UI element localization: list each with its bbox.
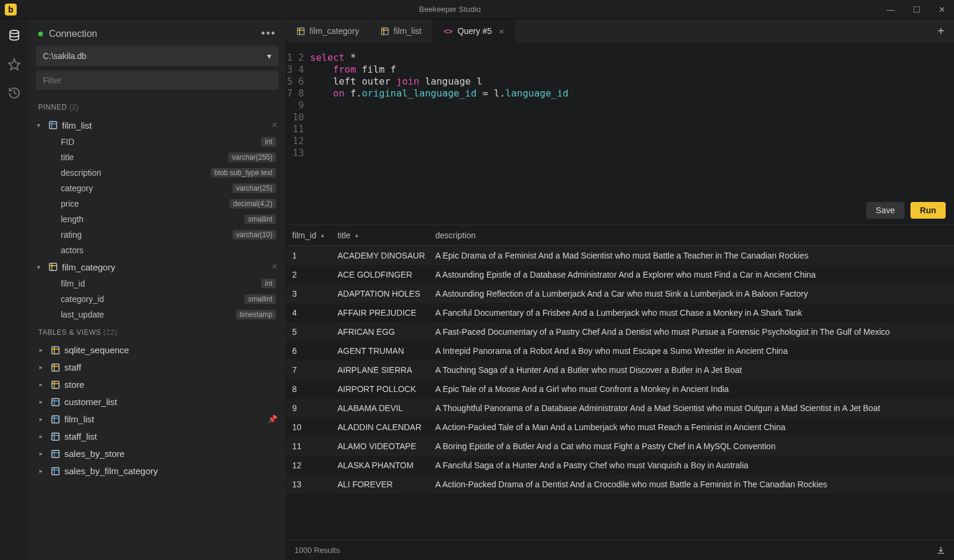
result-cell: A Fanciful Documentary of a Frisbee And … bbox=[429, 303, 954, 322]
column-type: int bbox=[261, 279, 276, 288]
filter-input[interactable] bbox=[36, 71, 278, 90]
close-tab-button[interactable]: × bbox=[499, 26, 504, 36]
editor-code[interactable]: select * from film f left outer join lan… bbox=[310, 52, 954, 195]
result-cell: ACADEMY DINOSAUR bbox=[332, 246, 429, 265]
new-tab-button[interactable]: + bbox=[928, 24, 954, 38]
database-selector[interactable]: C:\sakila.db ▾ bbox=[36, 46, 278, 66]
download-icon[interactable] bbox=[936, 546, 946, 555]
result-cell: ACE GOLDFINGER bbox=[332, 265, 429, 284]
close-window-button[interactable]: ✕ bbox=[935, 4, 949, 15]
column-row[interactable]: ratingvarchar(10) bbox=[29, 227, 286, 242]
result-cell: 13 bbox=[286, 475, 332, 494]
tab-query-#5[interactable]: <>Query #5× bbox=[433, 19, 516, 43]
column-row[interactable]: FIDint bbox=[29, 134, 286, 150]
result-cell: 9 bbox=[286, 399, 332, 418]
column-name: description bbox=[61, 168, 211, 178]
result-cell: A Action-Packed Drama of a Dentist And a… bbox=[429, 475, 954, 494]
column-type: varchar(255) bbox=[228, 153, 276, 162]
table-item-film_list[interactable]: ▸film_list📌 bbox=[29, 410, 286, 428]
column-name: FID bbox=[61, 137, 261, 147]
result-row[interactable]: 9ALABAMA DEVILA Thoughtful Panorama of a… bbox=[286, 399, 954, 418]
column-row[interactable]: lengthsmallint bbox=[29, 211, 286, 227]
result-row[interactable]: 1ACADEMY DINOSAURA Epic Drama of a Femin… bbox=[286, 246, 954, 265]
app-logo: b bbox=[5, 4, 17, 15]
column-type: varchar(25) bbox=[233, 183, 276, 193]
result-row[interactable]: 7AIRPLANE SIERRAA Touching Saga of a Hun… bbox=[286, 360, 954, 379]
table-name: staff_list bbox=[64, 431, 277, 441]
save-button[interactable]: Save bbox=[866, 202, 905, 219]
history-icon[interactable] bbox=[7, 86, 21, 100]
pinned-table-film_category[interactable]: ▾film_category× bbox=[29, 258, 286, 276]
column-type: decimal(4,2) bbox=[230, 199, 276, 209]
result-row[interactable]: 3ADAPTATION HOLESA Astounding Reflection… bbox=[286, 284, 954, 303]
column-row[interactable]: film_idint bbox=[29, 276, 286, 291]
column-type: blob sub_type text bbox=[211, 168, 276, 178]
table-item-staff_list[interactable]: ▸staff_list bbox=[29, 428, 286, 445]
table-item-store[interactable]: ▸store bbox=[29, 376, 286, 393]
connection-menu-button[interactable]: ••• bbox=[261, 27, 276, 40]
chevron-right-icon: ▸ bbox=[39, 398, 47, 406]
tab-film_list[interactable]: film_list bbox=[370, 19, 433, 43]
table-name: film_list bbox=[62, 120, 267, 130]
result-row[interactable]: 13ALI FOREVERA Action-Packed Drama of a … bbox=[286, 475, 954, 494]
table-item-customer_list[interactable]: ▸customer_list bbox=[29, 393, 286, 410]
column-name: rating bbox=[61, 230, 233, 239]
result-cell: AIRPORT POLLOCK bbox=[332, 379, 429, 399]
star-icon[interactable] bbox=[7, 57, 21, 71]
column-name: film_id bbox=[61, 279, 261, 288]
column-name: actors bbox=[61, 245, 276, 255]
column-row[interactable]: titlevarchar(255) bbox=[29, 150, 286, 165]
result-row[interactable]: 4AFFAIR PREJUDICEA Fanciful Documentary … bbox=[286, 303, 954, 322]
pin-icon: 📌 bbox=[268, 415, 277, 424]
column-row[interactable]: categoryvarchar(25) bbox=[29, 181, 286, 196]
svg-rect-22 bbox=[52, 433, 59, 440]
result-cell: AIRPLANE SIERRA bbox=[332, 360, 429, 379]
table-item-staff[interactable]: ▸staff bbox=[29, 359, 286, 376]
result-row[interactable]: 2ACE GOLDFINGERA Astounding Epistle of a… bbox=[286, 265, 954, 284]
chevron-right-icon: ▸ bbox=[39, 433, 47, 440]
titlebar: b Beekeeper Studio — ☐ ✕ bbox=[0, 0, 954, 19]
result-row[interactable]: 10ALADDIN CALENDARA Action-Packed Tale o… bbox=[286, 418, 954, 437]
unpin-button[interactable]: × bbox=[272, 262, 277, 272]
chevron-down-icon: ▾ bbox=[37, 263, 44, 271]
minimize-button[interactable]: — bbox=[883, 4, 899, 15]
results-body: 1ACADEMY DINOSAURA Epic Drama of a Femin… bbox=[286, 246, 954, 494]
run-button[interactable]: Run bbox=[910, 202, 946, 219]
connection-header: Connection bbox=[38, 29, 97, 39]
sql-editor[interactable]: 1 2 3 4 5 6 7 8 9 10 11 12 13 select * f… bbox=[286, 43, 954, 198]
result-cell: 3 bbox=[286, 284, 332, 303]
results-count: 1000 Results bbox=[295, 546, 340, 555]
result-cell: A Astounding Reflection of a Lumberjack … bbox=[429, 284, 954, 303]
result-cell: ALABAMA DEVIL bbox=[332, 399, 429, 418]
table-item-sales_by_store[interactable]: ▸sales_by_store bbox=[29, 445, 286, 462]
column-row[interactable]: category_idsmallint bbox=[29, 291, 286, 307]
result-row[interactable]: 11ALAMO VIDEOTAPEA Boring Epistle of a B… bbox=[286, 437, 954, 456]
result-row[interactable]: 12ALASKA PHANTOMA Fanciful Saga of a Hun… bbox=[286, 456, 954, 475]
column-header-film_id[interactable]: film_id▲ bbox=[286, 225, 332, 245]
column-header-title[interactable]: title▲ bbox=[332, 225, 429, 245]
column-row[interactable]: last_updatetimestamp bbox=[29, 307, 286, 322]
table-name: staff bbox=[64, 362, 277, 372]
unpin-button[interactable]: × bbox=[272, 120, 277, 130]
app-title: Beekeeper Studio bbox=[17, 5, 883, 14]
result-row[interactable]: 6AGENT TRUMANA Intrepid Panorama of a Ro… bbox=[286, 341, 954, 360]
result-row[interactable]: 8AIRPORT POLLOCKA Epic Tale of a Moose A… bbox=[286, 379, 954, 399]
result-cell: 7 bbox=[286, 360, 332, 379]
tables-section-header: TABLES & VIEWS (22) bbox=[29, 322, 286, 341]
result-cell: ALAMO VIDEOTAPE bbox=[332, 437, 429, 456]
result-cell: 8 bbox=[286, 379, 332, 399]
editor-toolbar: Save Run bbox=[286, 198, 954, 225]
result-row[interactable]: 5AFRICAN EGGA Fast-Paced Documentary of … bbox=[286, 322, 954, 341]
pinned-section-header: PINNED (2) bbox=[29, 97, 286, 116]
column-row[interactable]: actors bbox=[29, 242, 286, 258]
database-icon[interactable] bbox=[7, 29, 21, 43]
table-item-sqlite_sequence[interactable]: ▸sqlite_sequence bbox=[29, 341, 286, 359]
tab-film_category[interactable]: film_category bbox=[286, 19, 370, 43]
column-row[interactable]: pricedecimal(4,2) bbox=[29, 196, 286, 211]
maximize-button[interactable]: ☐ bbox=[909, 4, 924, 15]
table-item-sales_by_film_category[interactable]: ▸sales_by_film_category bbox=[29, 462, 286, 480]
result-cell: ALADDIN CALENDAR bbox=[332, 418, 429, 437]
column-header-description[interactable]: description bbox=[429, 225, 954, 245]
pinned-table-film_list[interactable]: ▾film_list× bbox=[29, 116, 286, 134]
column-row[interactable]: descriptionblob sub_type text bbox=[29, 165, 286, 181]
